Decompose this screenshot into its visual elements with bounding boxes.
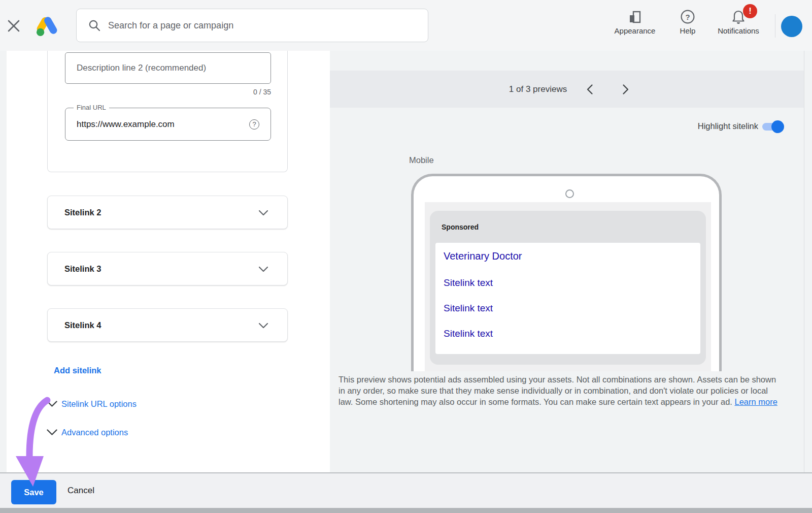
appearance-button[interactable]: Appearance — [611, 7, 659, 44]
sitelink-2-section[interactable]: Sitelink 2 — [47, 196, 288, 229]
description-line-2-input[interactable] — [65, 52, 271, 84]
add-sitelink-link[interactable]: Add sitelink — [54, 366, 101, 375]
chevron-down-icon — [259, 267, 268, 272]
ad-sitelink-link[interactable]: Sitelink text — [444, 328, 493, 339]
chevron-down-icon — [47, 429, 57, 435]
final-url-value[interactable]: https://www.example.com — [77, 108, 175, 140]
ad-headline-link[interactable]: Veterinary Doctor — [444, 250, 522, 262]
preview-pager-text: 1 of 3 previews — [497, 71, 579, 108]
sitelink-editor-panel: 0 / 35 Final URL https://www.example.com… — [7, 51, 330, 472]
highlight-sitelink-label: Highlight sitelink — [685, 121, 758, 131]
phone-camera-icon — [565, 189, 574, 198]
final-url-field[interactable]: Final URL https://www.example.com ? — [65, 108, 271, 141]
preview-pager-bar: 1 of 3 previews — [330, 71, 804, 108]
sponsored-result-card: Sponsored Veterinary Doctor Sitelink tex… — [430, 211, 706, 365]
account-avatar[interactable] — [781, 16, 802, 37]
google-ads-logo-icon — [36, 14, 59, 37]
ad-sitelink-link[interactable]: Sitelink text — [444, 303, 493, 314]
window-bottom-edge — [0, 508, 812, 513]
sitelink-url-options-toggle[interactable]: Sitelink URL options — [47, 398, 137, 410]
panel-edge-divider — [804, 51, 804, 472]
mobile-preview: Sponsored Veterinary Doctor Sitelink tex… — [411, 173, 725, 371]
help-label: Help — [667, 26, 708, 35]
svg-text:?: ? — [685, 13, 690, 21]
next-preview-icon[interactable] — [619, 83, 632, 96]
notifications-button[interactable]: ! Notifications — [708, 7, 768, 44]
highlight-sitelink-toggle[interactable] — [762, 123, 783, 131]
chevron-down-icon — [47, 401, 57, 407]
cancel-button[interactable]: Cancel — [67, 473, 94, 508]
advanced-options-label: Advanced options — [61, 428, 128, 437]
sitelink-1-card: 0 / 35 Final URL https://www.example.com… — [47, 51, 288, 172]
sitelink-2-label: Sitelink 2 — [64, 196, 101, 229]
appearance-icon — [611, 7, 659, 24]
appearance-label: Appearance — [611, 26, 659, 35]
previous-preview-icon[interactable] — [584, 83, 597, 96]
chevron-down-icon — [259, 210, 268, 215]
action-bar: Save Cancel — [0, 472, 812, 508]
character-counter: 0 / 35 — [65, 88, 271, 96]
top-bar: Appearance ? Help ! Notifications — [0, 0, 812, 51]
save-button[interactable]: Save — [11, 480, 56, 504]
search-icon — [88, 19, 101, 32]
search-bar[interactable] — [76, 9, 428, 42]
chevron-down-icon — [259, 323, 268, 328]
final-url-help-icon[interactable]: ? — [249, 119, 259, 130]
preview-disclaimer: This preview shows potential ads assembl… — [339, 374, 784, 407]
advanced-options-toggle[interactable]: Advanced options — [47, 426, 128, 438]
sitelink-4-label: Sitelink 4 — [64, 309, 101, 341]
sitelink-url-options-label: Sitelink URL options — [61, 399, 137, 409]
toggle-knob — [771, 120, 784, 133]
sitelink-3-label: Sitelink 3 — [64, 252, 101, 285]
sitelink-4-section[interactable]: Sitelink 4 — [47, 308, 288, 342]
device-label: Mobile — [409, 155, 434, 165]
notifications-label: Notifications — [708, 26, 768, 35]
disclaimer-text: This preview shows potential ads assembl… — [339, 375, 776, 406]
help-button[interactable]: ? Help — [667, 7, 708, 44]
sponsored-tag: Sponsored — [442, 223, 479, 231]
sitelink-3-section[interactable]: Sitelink 3 — [47, 252, 288, 285]
header-divider — [775, 14, 775, 38]
notification-badge: ! — [743, 4, 757, 18]
learn-more-link[interactable]: Learn more — [734, 397, 777, 406]
search-input[interactable] — [108, 20, 402, 31]
ad-preview-card: Veterinary Doctor Sitelink text Sitelink… — [435, 243, 700, 354]
close-icon[interactable] — [6, 18, 21, 34]
ad-sitelink-link[interactable]: Sitelink text — [444, 277, 493, 288]
help-icon: ? — [667, 7, 708, 24]
bell-icon — [708, 7, 768, 24]
